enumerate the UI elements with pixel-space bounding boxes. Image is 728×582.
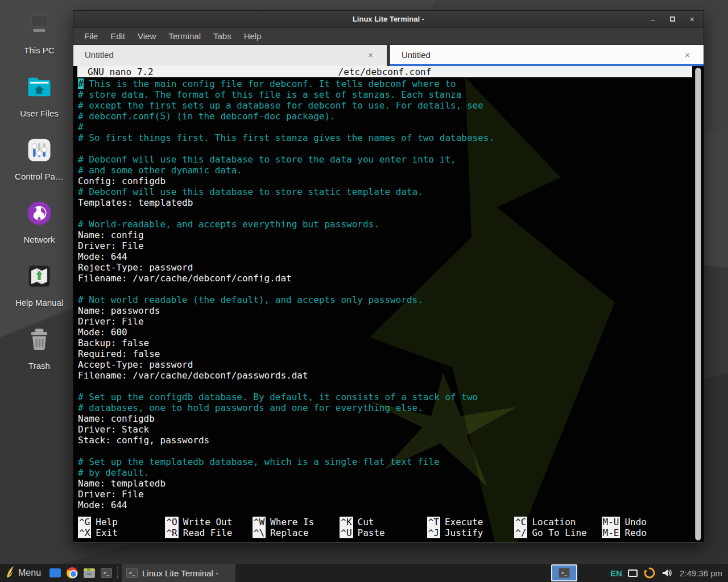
nano-shortcut-label: Where Is [270,517,314,527]
nano-shortcut-column: ^TExecute^JJustify [427,517,514,538]
terminal-line: # store data. The format of this file is… [78,89,704,100]
terminal-line: # Debconf will use this database to stor… [78,186,704,197]
menu-bar: File Edit View Terminal Tabs Help [73,28,704,45]
nano-shortcut-label: Location [532,517,576,527]
tab-close-icon[interactable]: × [682,49,692,61]
focused-app-indicator[interactable]: >_ [551,564,577,581]
trash-icon [24,325,54,356]
terminal-line: # This is the main config file for debco… [78,78,704,89]
terminal-line [78,143,704,154]
nano-shortcut-label: Redo [624,527,647,538]
update-tray-icon[interactable] [643,567,656,579]
system-tray: EN 2:49:36 pm [610,567,728,579]
nano-shortcut-key: ^T [427,517,440,527]
tab-close-icon[interactable]: × [366,49,375,61]
maximize-button[interactable] [670,16,675,22]
terminal-line: Reject-Type: password [78,262,704,273]
nano-shortcut-label: Help [96,517,118,527]
nano-shortcut-key: ^\ [253,527,266,538]
nano-shortcut-label: Justify [445,527,483,538]
nano-shortcut-key: ^K [340,517,353,527]
taskbar-separator[interactable] [117,567,118,579]
window-titlebar[interactable]: Linux Lite Terminal - – × [73,11,704,28]
nano-shortcut-key: ^C [514,517,527,527]
menu-tabs[interactable]: Tabs [207,29,238,43]
terminal-icon: >_ [101,568,112,578]
keyboard-layout-indicator[interactable]: EN [610,568,622,578]
nano-shortcut: ^WWhere Is [253,517,340,527]
start-menu-button[interactable]: Menu [0,564,47,582]
terminal-line: Driver: File [78,240,704,251]
volume-tray-icon[interactable] [661,568,672,578]
terminal-line: Required: false [78,348,704,359]
nano-shortcut-key: M-U [602,517,621,527]
terminal-line: # databases, one to hold passwords and o… [78,402,704,413]
display-tray-icon[interactable] [628,569,638,577]
desktop-icon-label: Trash [28,361,50,371]
terminal-line: Mode: 600 [78,327,704,338]
terminal-icon: >_ [126,568,138,578]
tab-untitled-1[interactable]: Untitled × [73,45,387,66]
nano-shortcut: ^XExit [78,527,165,538]
terminal-scrollbar[interactable] [695,68,701,541]
computer-icon [24,9,54,41]
launcher-archive[interactable] [81,564,98,582]
terminal-line: # Debconf will use this database to stor… [78,154,704,165]
terminal-line: # Set up the templatedb database, which … [78,456,704,467]
nano-shortcut: ^TExecute [427,517,514,527]
terminal-line: Mode: 644 [78,251,704,262]
menu-terminal[interactable]: Terminal [162,29,207,43]
window-title: Linux Lite Terminal - [73,15,704,23]
nano-shortcut-label: Paste [358,527,385,538]
nano-shortcut-key: ^U [340,527,353,538]
globe-icon [24,198,54,230]
nano-shortcut-label: Execute [445,517,483,527]
desktop-icons: This PC User Files Control Pa… Network H… [0,9,78,371]
terminal-line: Mode: 644 [78,500,704,510]
nano-shortcut-column: ^WWhere Is^\Replace [253,517,340,538]
nano-shortcut-key: ^R [165,527,178,538]
terminal-line [78,381,704,392]
tab-untitled-2[interactable]: Untitled × [390,45,704,66]
nano-shortcut-key: ^X [78,527,91,538]
tab-bar: Untitled × Untitled × [73,45,704,66]
nano-file-path: /etc/debconf.conf [77,66,692,77]
launcher-chrome[interactable] [64,564,81,582]
taskbar-window-button[interactable]: >_ Linux Lite Terminal - [122,564,235,582]
desktop-icon-trash[interactable]: Trash [5,325,73,371]
launcher-file-manager[interactable] [47,564,64,582]
launcher-terminal[interactable]: >_ [98,564,115,582]
menu-view[interactable]: View [131,29,162,43]
nano-shortcut-bar: ^GHelp^XExit^OWrite Out^RRead File^WWher… [78,517,689,538]
close-button[interactable]: × [690,15,694,23]
nano-shortcut: ^CLocation [514,517,601,527]
nano-shortcut-label: Write Out [183,517,233,527]
nano-shortcut-key: ^J [427,527,440,538]
nano-shortcut-key: ^/ [514,527,527,538]
menu-help[interactable]: Help [238,29,268,43]
taskbar-clock[interactable]: 2:49:36 pm [680,568,722,578]
nano-shortcut: ^JJustify [427,527,514,538]
desktop-icon-this-pc[interactable]: This PC [5,9,73,55]
terminal-lines: # This is the main config file for debco… [73,77,704,510]
terminal-line: # [78,122,704,132]
terminal-screen[interactable]: GNU nano 7.2 /etc/debconf.conf # This is… [73,66,704,542]
menu-edit[interactable]: Edit [104,29,131,43]
desktop-icon-control-panel[interactable]: Control Pa… [5,135,73,181]
nano-shortcut-column: M-UUndoM-ERedo [602,517,689,538]
terminal-line: Filename: /var/cache/debconf/passwords.d… [78,370,704,381]
taskbar: Menu >_ >_ Linux Lite Terminal - >_ EN 2… [0,564,728,582]
terminal-line [78,446,704,456]
terminal-icon: >_ [559,568,570,578]
desktop-icon-help-manual[interactable]: Help Manual [5,261,73,307]
desktop-icon-network[interactable]: Network [5,198,73,244]
nano-shortcut-key: ^G [78,517,91,527]
menu-file[interactable]: File [78,29,104,43]
desktop-icon-user-files[interactable]: User Files [5,72,73,118]
minimize-button[interactable]: – [651,15,655,23]
terminal-line: # except the first sets up a database fo… [78,100,704,111]
nano-titlebar: GNU nano 7.2 /etc/debconf.conf [77,66,692,77]
nano-shortcut-label: Cut [358,517,374,527]
terminal-line: Driver: File [78,489,704,500]
terminal-line: Config: configdb [78,176,704,186]
